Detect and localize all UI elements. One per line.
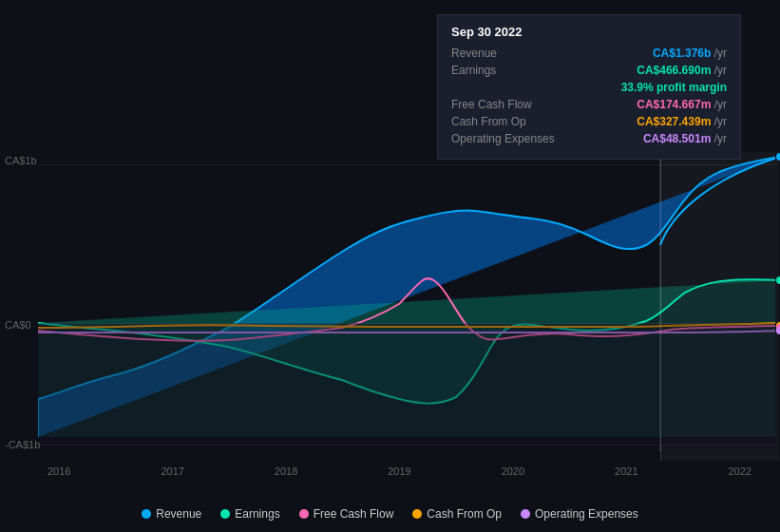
x-label-2020: 2020: [502, 466, 524, 477]
legend-opex[interactable]: Operating Expenses: [521, 507, 638, 521]
legend-fcf[interactable]: Free Cash Flow: [299, 507, 394, 521]
x-label-2016: 2016: [48, 466, 70, 477]
legend-dot-opex: [521, 509, 530, 519]
x-label-2022: 2022: [728, 466, 751, 477]
legend-dot-cfo: [412, 509, 422, 519]
tooltip-earnings-row: Earnings CA$466.690m /yr: [451, 64, 727, 77]
tooltip-revenue-row: Revenue CA$1.376b /yr: [451, 47, 727, 60]
legend-dot-fcf: [299, 509, 309, 519]
tooltip-margin-value: 33.9% profit margin: [621, 81, 727, 94]
legend-dot-earnings: [220, 509, 230, 519]
tooltip-opex-label: Operating Expenses: [451, 132, 565, 145]
legend-label-opex: Operating Expenses: [535, 507, 638, 521]
legend-earnings[interactable]: Earnings: [220, 507, 279, 521]
tooltip: Sep 30 2022 Revenue CA$1.376b /yr Earnin…: [437, 14, 741, 160]
tooltip-opex-value: CA$48.501m /yr: [643, 132, 727, 145]
earnings-dot: [776, 276, 780, 284]
negative-overlay: [38, 323, 775, 446]
legend-label-fcf: Free Cash Flow: [314, 507, 394, 521]
legend-cfo[interactable]: Cash From Op: [412, 507, 502, 521]
legend: Revenue Earnings Free Cash Flow Cash Fro…: [0, 507, 780, 521]
legend-label-revenue: Revenue: [156, 507, 201, 521]
tooltip-earnings-value: CA$466.690m /yr: [637, 64, 727, 77]
tooltip-cfo-row: Cash From Op CA$327.439m /yr: [451, 115, 727, 128]
x-label-2019: 2019: [388, 466, 410, 477]
chart-container: CA$1b CA$0 -CA$1b 2016 2017 2018 2019 20…: [0, 0, 780, 532]
legend-label-earnings: Earnings: [235, 507, 279, 521]
x-label-2018: 2018: [275, 466, 297, 477]
tooltip-revenue-value: CA$1.376b /yr: [653, 47, 727, 60]
tooltip-fcf-value: CA$174.667m /yr: [637, 98, 727, 111]
x-label-2021: 2021: [615, 466, 637, 477]
x-axis: 2016 2017 2018 2019 2020 2021 2022: [0, 466, 780, 477]
tooltip-fcf-label: Free Cash Flow: [451, 98, 565, 111]
legend-revenue[interactable]: Revenue: [142, 507, 201, 521]
tooltip-earnings-label: Earnings: [451, 64, 565, 77]
x-label-2017: 2017: [161, 466, 183, 477]
y-label-zero: CA$0: [5, 319, 31, 331]
y-label-top: CA$1b: [5, 155, 37, 166]
tooltip-date: Sep 30 2022: [451, 25, 727, 39]
tooltip-cfo-label: Cash From Op: [451, 115, 565, 128]
tooltip-cfo-value: CA$327.439m /yr: [637, 115, 727, 128]
tooltip-margin-row: 33.9% profit margin: [451, 81, 727, 94]
revenue-dot: [776, 153, 780, 161]
tooltip-fcf-row: Free Cash Flow CA$174.667m /yr: [451, 98, 727, 111]
tooltip-opex-row: Operating Expenses CA$48.501m /yr: [451, 132, 727, 145]
y-label-bottom: -CA$1b: [5, 439, 40, 450]
legend-dot-revenue: [142, 509, 151, 519]
tooltip-revenue-label: Revenue: [451, 47, 565, 60]
legend-label-cfo: Cash From Op: [427, 507, 502, 521]
